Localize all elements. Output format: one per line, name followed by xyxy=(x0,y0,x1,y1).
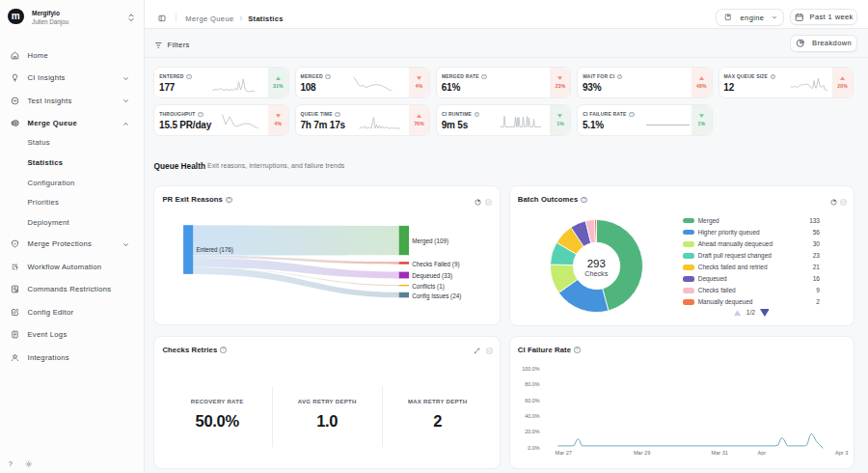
svg-text:Dequeued (33): Dequeued (33) xyxy=(413,272,453,280)
svg-text:40.0%: 40.0% xyxy=(525,412,539,418)
svg-text:100.0%: 100.0% xyxy=(522,366,539,372)
svg-text:Apr: Apr xyxy=(757,450,766,456)
svg-text:Mar 29: Mar 29 xyxy=(634,450,650,456)
svg-text:Config Issues (24): Config Issues (24) xyxy=(413,293,462,301)
svg-text:20.0%: 20.0% xyxy=(525,429,539,434)
svg-text:Checks Failed (9): Checks Failed (9) xyxy=(413,261,460,268)
svg-text:0.0%: 0.0% xyxy=(528,444,539,450)
svg-text:Apr 3: Apr 3 xyxy=(835,450,848,456)
svg-text:Entered (176): Entered (176) xyxy=(197,247,233,255)
svg-text:Conflicts (1): Conflicts (1) xyxy=(413,284,446,292)
svg-text:60.0%: 60.0% xyxy=(525,397,539,403)
svg-text:Mar 31: Mar 31 xyxy=(711,450,727,456)
svg-text:Mar 27: Mar 27 xyxy=(555,450,571,456)
svg-text:Merged (109): Merged (109) xyxy=(413,237,449,245)
svg-text:80.0%: 80.0% xyxy=(525,381,539,387)
